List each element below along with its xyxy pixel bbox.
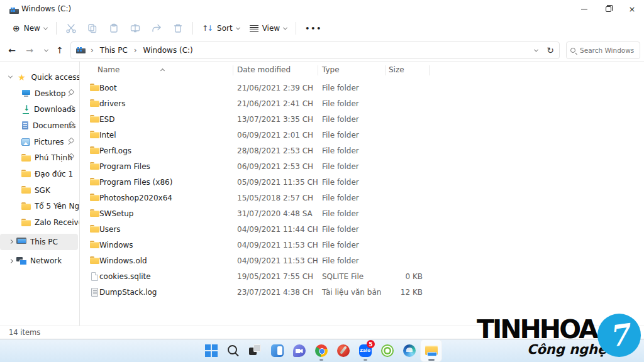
taskbar-icon-search[interactable] (222, 339, 244, 362)
sidebar-item-t-5-y-n-ngh-a[interactable]: Tổ 5 Yên Nghĩa (0, 199, 79, 215)
sidebar-item-label: Desktop (35, 89, 66, 98)
breadcrumb[interactable]: › This PC › Windows (C:) ↻ (70, 41, 560, 59)
file-row-photoshop2020x64[interactable]: Photoshop2020x64 15/05/2018 2:57 CH File… (80, 190, 521, 206)
chevron-right-icon[interactable] (8, 239, 13, 244)
file-date-modified: 21/06/2021 2:39 CH (237, 84, 313, 92)
sidebar-item-documents[interactable]: Documents (0, 118, 79, 134)
sidebar-item-o-c-1[interactable]: Đạo đức 1 (0, 166, 79, 182)
file-row-perflogs[interactable]: PerfLogs 28/08/2021 2:53 CH File folder (80, 143, 521, 158)
file-name: cookies.sqlite (99, 272, 151, 281)
search-icon (570, 48, 575, 53)
column-divider[interactable] (233, 65, 233, 75)
file-type: File folder (322, 146, 359, 155)
view-button[interactable]: View (245, 21, 292, 35)
taskbar-icon-zalo[interactable]: 5 (354, 339, 376, 362)
file-row-esd[interactable]: ESD 13/07/2021 3:35 CH File folder (80, 111, 521, 127)
file-row-intel[interactable]: Intel 06/09/2021 2:01 CH File folder (80, 127, 521, 143)
back-button[interactable]: ← (4, 39, 20, 62)
breadcrumb-windows-c[interactable]: Windows (C:) (142, 45, 194, 56)
file-row-windows-old[interactable]: Windows.old 04/09/2021 11:53 CH File fol… (80, 253, 521, 268)
file-type: File folder (322, 225, 359, 234)
item-icon (21, 121, 29, 130)
close-button[interactable]: × (620, 0, 644, 18)
app-icon (292, 344, 306, 358)
rename-icon (130, 23, 141, 34)
breadcrumb-this-pc[interactable]: This PC (99, 45, 129, 56)
file-row-program-files-x86[interactable]: Program Files (x86) 05/09/2021 11:35 CH … (80, 174, 521, 190)
copy-icon (87, 23, 98, 34)
file-name: Photoshop2020x64 (99, 194, 172, 202)
sort-button[interactable]: ↑↓ Sort (197, 21, 245, 35)
new-button[interactable]: ⊕ New (8, 21, 52, 36)
more-options-button[interactable]: ••• (300, 22, 327, 35)
file-name: DumpStack.log (99, 288, 157, 297)
sidebar-item-ph-th-nh[interactable]: Phú Thịnh (0, 150, 79, 166)
forward-button[interactable]: → (21, 39, 38, 62)
column-divider[interactable] (385, 65, 386, 75)
sidebar-item-zalo-received-files[interactable]: Zalo Received Files (0, 214, 79, 231)
sidebar-item-label: Đạo đức 1 (35, 170, 73, 178)
taskbar-icon-widgets[interactable] (266, 339, 288, 362)
column-header-name[interactable]: Name (97, 65, 119, 74)
app-icon (425, 344, 438, 358)
file-row-cookies-sqlite[interactable]: cookies.sqlite 19/05/2021 7:55 CH SQLITE… (80, 268, 521, 284)
chevron-down-icon[interactable] (8, 74, 13, 79)
column-divider[interactable] (429, 65, 430, 75)
file-type: File folder (322, 241, 359, 250)
taskbar-icon-chat[interactable] (288, 339, 310, 362)
copy-button[interactable] (82, 20, 103, 36)
file-row-swsetup[interactable]: SWSetup 31/07/2020 4:48 SA File folder (80, 206, 521, 221)
file-row-dumpstack-log[interactable]: DumpStack.log 23/07/2021 4:38 CH Tài liệ… (80, 284, 521, 300)
sidebar-item-downloads[interactable]: Downloads (0, 101, 79, 118)
taskbar-icon-file-explorer[interactable] (420, 339, 442, 362)
item-icon (16, 257, 26, 265)
file-date-modified: 31/07/2020 4:48 SA (237, 209, 313, 218)
file-row-boot[interactable]: Boot 21/06/2021 2:39 CH File folder (80, 80, 521, 96)
column-header-type[interactable]: Type (322, 65, 340, 74)
minimize-button[interactable] (572, 0, 596, 18)
sidebar-item-quick-access[interactable]: Quick access (0, 69, 79, 85)
search-input[interactable] (579, 46, 636, 55)
restore-button[interactable] (596, 0, 620, 18)
taskbar-icon-chrome[interactable] (310, 339, 332, 362)
delete-button[interactable] (167, 20, 189, 36)
column-header-date-modified[interactable]: Date modified (237, 65, 291, 74)
file-date-modified: 23/07/2021 4:38 CH (237, 288, 313, 297)
file-type: File folder (322, 256, 359, 265)
share-button[interactable] (146, 20, 167, 36)
taskbar-icon-start[interactable] (200, 339, 222, 362)
sidebar-item-label: Network (30, 256, 62, 265)
file-date-modified: 06/09/2021 2:01 CH (237, 131, 313, 140)
sidebar-item-sgk[interactable]: SGK (0, 182, 79, 199)
chevron-right-icon[interactable] (8, 259, 13, 263)
view-label: View (262, 24, 280, 33)
rename-button[interactable] (125, 20, 146, 36)
cut-button[interactable] (60, 20, 82, 36)
file-row-drivers[interactable]: drivers 21/06/2021 2:41 CH File folder (80, 96, 521, 111)
paste-button[interactable] (103, 20, 125, 36)
file-row-users[interactable]: Users 04/09/2021 11:44 CH File folder (80, 221, 521, 237)
file-date-modified: 13/07/2021 3:35 CH (237, 115, 313, 124)
up-button[interactable]: ↑ (52, 39, 68, 62)
taskbar-icon-edge[interactable] (398, 339, 420, 362)
taskbar-icon-task-view[interactable] (244, 339, 266, 362)
file-name: Intel (99, 131, 116, 140)
sidebar-item-this-pc[interactable]: This PC (0, 234, 78, 250)
sidebar-item-pictures[interactable]: Pictures (0, 134, 79, 150)
column-divider[interactable] (318, 65, 318, 75)
sidebar-item-desktop[interactable]: Desktop (0, 85, 79, 102)
address-dropdown-icon[interactable] (534, 47, 538, 52)
title-bar: Windows (C:) × (0, 0, 644, 18)
refresh-button[interactable]: ↻ (547, 45, 554, 55)
sidebar-item-label: Phú Thịnh (35, 153, 72, 162)
app-icon (314, 344, 328, 358)
taskbar-icon-ccleaner[interactable] (332, 339, 354, 362)
file-type-icon (90, 241, 99, 249)
column-header-size[interactable]: Size (389, 65, 404, 74)
file-row-program-files[interactable]: Program Files 06/09/2021 2:53 CH File fo… (80, 158, 521, 174)
app-icon (336, 344, 350, 358)
sidebar-item-network[interactable]: Network (0, 253, 79, 270)
search-box[interactable] (566, 41, 640, 59)
file-row-windows[interactable]: Windows 04/09/2021 11:53 CH File folder (80, 237, 521, 253)
taskbar-icon-coccoc[interactable] (376, 339, 398, 362)
